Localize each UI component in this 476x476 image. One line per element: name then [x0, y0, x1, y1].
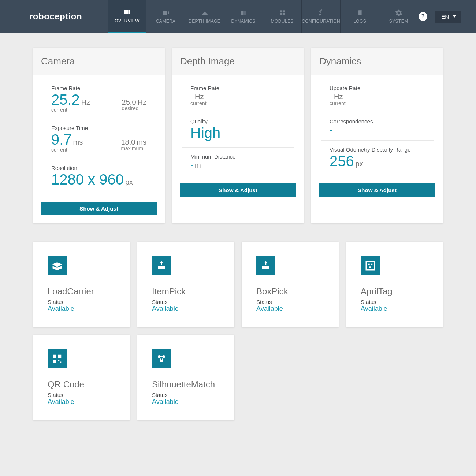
- module-status-label: Status: [256, 299, 324, 305]
- frame-rate-desired-sub: desired: [122, 105, 146, 111]
- svg-rect-6: [163, 11, 167, 15]
- module-itempick[interactable]: ItemPick Status Available: [137, 242, 234, 327]
- update-rate-value: -: [330, 91, 332, 101]
- svg-rect-3: [124, 12, 126, 14]
- svg-rect-22: [58, 355, 62, 358]
- module-silhouettematch[interactable]: SilhouetteMatch Status Available: [137, 335, 234, 420]
- gear-icon: [394, 9, 403, 16]
- module-status-value: Available: [48, 398, 115, 406]
- nav-right: ? EN: [419, 0, 461, 33]
- module-loadcarrier[interactable]: LoadCarrier Status Available: [33, 242, 130, 327]
- vodr-label: Visual Odometry Disparity Range: [330, 146, 425, 153]
- dynamics-icon: [239, 9, 248, 16]
- nav-depth-label: DEPTH IMAGE: [189, 19, 220, 24]
- dynamics-show-adjust-button[interactable]: Show & Adjust: [319, 183, 435, 197]
- module-title: ItemPick: [152, 286, 220, 297]
- resolution-value: 1280 x 960: [51, 171, 124, 188]
- help-button[interactable]: ?: [419, 12, 427, 21]
- depth-fr-value: -: [190, 91, 193, 101]
- svg-marker-8: [201, 12, 208, 15]
- module-title: AprilTag: [361, 286, 428, 297]
- panel-camera: Camera Frame Rate 25.2 Hz current: [33, 48, 165, 223]
- metric-mindist: Minimum Distance - m: [182, 148, 294, 176]
- metric-vodr: Visual Odometry Disparity Range 256 px: [321, 141, 434, 175]
- nav-system[interactable]: SYSTEM: [379, 0, 418, 33]
- quality-label: Quality: [190, 118, 286, 124]
- mindist-value: -: [190, 160, 193, 170]
- nav-camera[interactable]: CAMERA: [146, 0, 185, 33]
- module-status-label: Status: [152, 299, 220, 305]
- itempick-icon: [152, 256, 171, 275]
- panel-depth-title: Depth Image: [172, 48, 304, 75]
- resolution-label: Resolution: [51, 165, 146, 171]
- panel-dynamics: Dynamics Update Rate - Hz current Corres…: [311, 48, 443, 223]
- frame-rate-unit: Hz: [81, 98, 90, 107]
- modules-grid: LoadCarrier Status Available ItemPick St…: [33, 242, 443, 420]
- resolution-unit: px: [125, 178, 133, 186]
- modules-icon: [278, 9, 287, 16]
- top-nav: roboception OVERVIEW CAMERA DEPTH IMAGE …: [0, 0, 476, 33]
- svg-rect-24: [58, 360, 60, 361]
- nav-depth[interactable]: DEPTH IMAGE: [185, 0, 224, 33]
- nav-dynamics[interactable]: DYNAMICS: [224, 0, 263, 33]
- svg-rect-12: [282, 10, 285, 12]
- module-status-label: Status: [48, 299, 115, 305]
- nav-items: OVERVIEW CAMERA DEPTH IMAGE DYNAMICS MOD…: [108, 0, 418, 33]
- depth-fr-sub: current: [190, 100, 286, 106]
- depth-show-adjust-button[interactable]: Show & Adjust: [180, 183, 296, 197]
- nav-logs[interactable]: LOGS: [341, 0, 379, 33]
- camera-icon: [161, 9, 170, 16]
- nav-configuration-label: CONFIGURATION: [302, 19, 340, 24]
- nav-camera-label: CAMERA: [156, 19, 176, 24]
- module-status-value: Available: [152, 305, 220, 313]
- depth-icon: [200, 9, 209, 16]
- language-select[interactable]: EN: [435, 11, 461, 23]
- nav-logs-label: LOGS: [353, 19, 366, 24]
- module-apriltag[interactable]: AprilTag Status Available: [346, 242, 443, 327]
- depth-fr-unit: Hz: [195, 93, 204, 101]
- module-title: LoadCarrier: [48, 286, 115, 297]
- nav-overview-label: OVERVIEW: [115, 18, 140, 23]
- exposure-sub: current: [51, 147, 116, 153]
- module-status-label: Status: [152, 392, 220, 398]
- svg-rect-19: [371, 264, 372, 265]
- vodr-value: 256: [330, 153, 354, 170]
- exposure-value: 9.7: [51, 131, 72, 148]
- module-status-value: Available: [361, 305, 428, 313]
- module-qrcode[interactable]: QR Code Status Available: [33, 335, 130, 420]
- svg-rect-23: [53, 360, 56, 363]
- camera-show-adjust-button[interactable]: Show & Adjust: [41, 202, 157, 215]
- update-rate-label: Update Rate: [330, 85, 425, 91]
- mindist-unit: m: [195, 161, 201, 170]
- exposure-unit: ms: [73, 138, 83, 146]
- exposure-max-sub: maximum: [121, 145, 146, 151]
- svg-rect-18: [368, 264, 370, 265]
- svg-rect-20: [369, 266, 371, 268]
- logs-icon: [356, 9, 364, 16]
- module-boxpick[interactable]: BoxPick Status Available: [242, 242, 339, 327]
- nav-configuration[interactable]: CONFIGURATION: [302, 0, 341, 33]
- svg-rect-17: [366, 262, 375, 270]
- module-status-label: Status: [361, 299, 428, 305]
- loadcarrier-icon: [48, 256, 67, 275]
- correspondences-label: Correspondences: [330, 118, 425, 124]
- panel-depth: Depth Image Frame Rate - Hz current Qual…: [172, 48, 304, 223]
- grid-icon: [123, 9, 131, 16]
- nav-overview[interactable]: OVERVIEW: [108, 0, 146, 33]
- panel-camera-title: Camera: [33, 48, 165, 75]
- module-status-label: Status: [48, 392, 115, 398]
- nav-dynamics-label: DYNAMICS: [231, 19, 256, 24]
- nav-modules-label: MODULES: [271, 19, 294, 24]
- metric-update-rate: Update Rate - Hz current: [321, 79, 434, 112]
- nav-modules[interactable]: MODULES: [263, 0, 302, 33]
- svg-rect-5: [128, 12, 130, 14]
- mindist-label: Minimum Distance: [190, 153, 286, 160]
- update-rate-unit: Hz: [334, 93, 343, 101]
- module-status-value: Available: [152, 398, 220, 406]
- svg-rect-16: [358, 10, 362, 15]
- vodr-unit: px: [356, 160, 363, 168]
- tools-icon: [317, 9, 326, 16]
- svg-rect-0: [124, 10, 126, 12]
- nav-system-label: SYSTEM: [389, 19, 408, 24]
- svg-rect-13: [280, 13, 282, 15]
